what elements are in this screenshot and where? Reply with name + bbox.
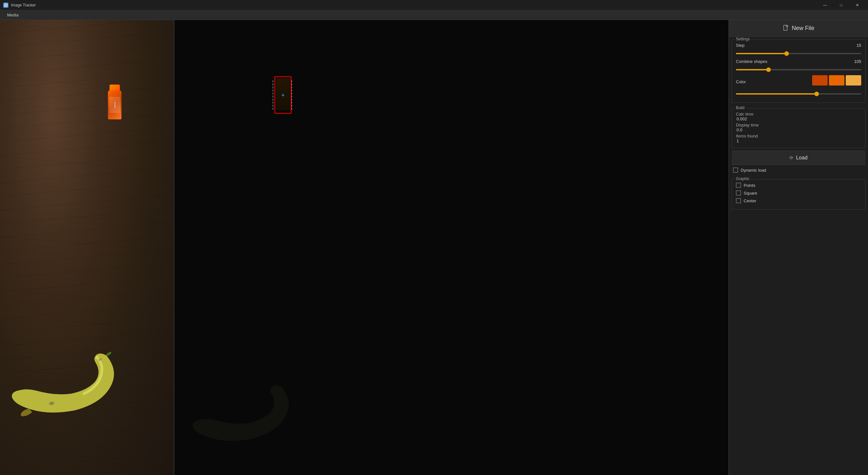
- build-section-label: Build: [735, 105, 746, 110]
- square-checkbox[interactable]: [736, 191, 741, 196]
- color-swatch-3[interactable]: [846, 75, 861, 86]
- load-icon: ⟳: [789, 155, 794, 160]
- points-label: Points: [744, 183, 755, 188]
- banana-object: [10, 346, 120, 417]
- square-row[interactable]: Square: [736, 191, 861, 196]
- combine-shapes-label: Combine shapes: [736, 59, 768, 64]
- dynamic-load-label: Dynamic load: [741, 168, 766, 173]
- dynamic-load-checkbox[interactable]: [733, 167, 738, 173]
- center-row[interactable]: Center: [736, 198, 861, 203]
- items-found-value: 1: [736, 138, 861, 143]
- color-swatches: [812, 75, 861, 86]
- step-label: Step: [736, 43, 745, 48]
- calc-time-value: 0.002: [736, 116, 861, 121]
- color-swatch-1[interactable]: [812, 75, 828, 86]
- menubar: Media: [0, 10, 868, 20]
- app-icon: [3, 3, 8, 8]
- step-row: Step 15: [736, 43, 861, 48]
- main-container: Avène +: [0, 20, 868, 475]
- items-found-row: Items found 1: [736, 134, 861, 143]
- display-time-value: 0.0: [736, 128, 861, 132]
- step-value: 15: [851, 43, 861, 48]
- combine-shapes-row: Combine shapes 105: [736, 59, 861, 64]
- display-time-row: Display time 0.0: [736, 123, 861, 132]
- color-swatch-2[interactable]: [829, 75, 844, 86]
- bottle-object: Avène: [106, 84, 123, 120]
- color-slider-container[interactable]: [736, 91, 861, 96]
- center-label: Center: [744, 199, 756, 203]
- detection-crosshair: +: [281, 92, 284, 98]
- graphic-section-label: Graphic: [735, 176, 751, 181]
- titlebar-left: Image Tracker: [3, 3, 36, 8]
- combine-shapes-value: 105: [851, 59, 861, 64]
- processed-background: +: [175, 20, 728, 475]
- color-slider[interactable]: [736, 93, 861, 95]
- svg-rect-4: [784, 25, 787, 30]
- new-file-label: New File: [792, 25, 814, 32]
- maximize-button[interactable]: □: [834, 0, 848, 10]
- processed-banana: [191, 378, 294, 443]
- new-file-button[interactable]: New File: [729, 20, 868, 37]
- bottle-body: Avène: [108, 90, 121, 120]
- color-row: Color: [736, 75, 861, 88]
- processed-panel: +: [175, 20, 729, 475]
- center-checkbox[interactable]: [736, 198, 741, 203]
- titlebar-controls: — □ ✕: [817, 0, 865, 10]
- close-button[interactable]: ✕: [850, 0, 865, 10]
- settings-section: Settings Step 15 Combine shapes 105 Colo…: [732, 39, 865, 103]
- detection-box: +: [275, 76, 291, 113]
- new-file-icon: [783, 25, 789, 32]
- load-label: Load: [796, 155, 808, 161]
- color-label: Color: [736, 79, 746, 84]
- window-title: Image Tracker: [11, 3, 36, 7]
- minimize-button[interactable]: —: [817, 0, 833, 10]
- combine-shapes-slider[interactable]: [736, 69, 861, 70]
- calc-time-label: Calc time: [736, 112, 861, 116]
- points-row[interactable]: Points: [736, 183, 861, 188]
- photo-background: Avène: [0, 20, 174, 475]
- bottle-cap: [110, 84, 120, 90]
- graphic-section: Graphic Points Square Center: [732, 179, 865, 209]
- titlebar: Image Tracker — □ ✕: [0, 0, 868, 10]
- menubar-item-media[interactable]: Media: [3, 11, 22, 19]
- calc-time-row: Calc time 0.002: [736, 112, 861, 121]
- dynamic-load-row[interactable]: Dynamic load: [733, 167, 864, 173]
- bottle-label: Avène: [109, 97, 120, 113]
- photo-panel: Avène: [0, 20, 175, 475]
- load-button[interactable]: ⟳ Load: [732, 151, 865, 165]
- settings-section-label: Settings: [735, 37, 751, 41]
- control-panel: New File Settings Step 15 Combine shapes…: [729, 20, 868, 475]
- step-slider-container[interactable]: [736, 50, 861, 55]
- step-slider[interactable]: [736, 53, 861, 54]
- build-section: Build Calc time 0.002 Display time 0.0 I…: [732, 108, 865, 148]
- load-options: Dynamic load: [729, 165, 868, 178]
- points-checkbox[interactable]: [736, 183, 741, 188]
- combine-shapes-slider-container[interactable]: [736, 66, 861, 71]
- square-label: Square: [744, 191, 757, 196]
- svg-point-1: [5, 4, 6, 6]
- items-found-label: Items found: [736, 134, 861, 138]
- display-time-label: Display time: [736, 123, 861, 128]
